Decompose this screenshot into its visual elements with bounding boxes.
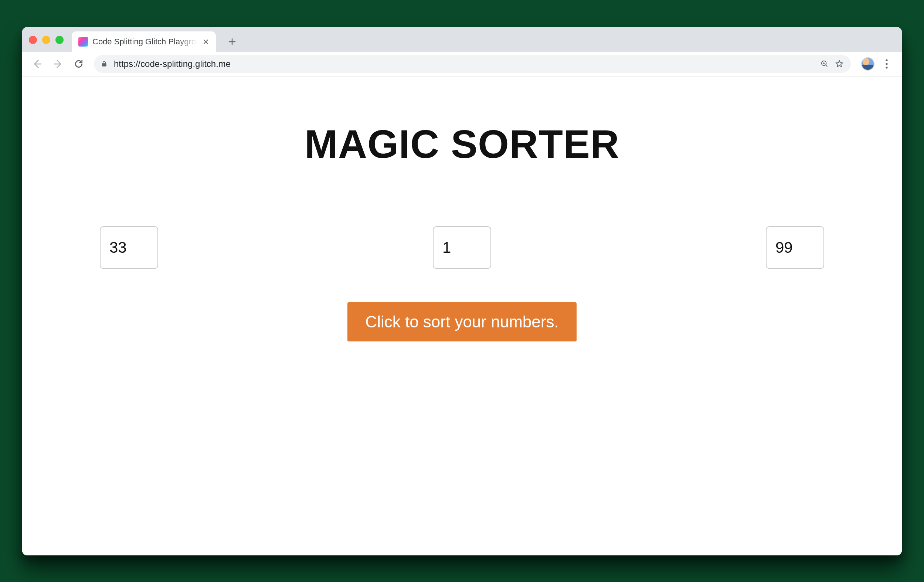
close-icon bbox=[203, 39, 209, 45]
profile-avatar[interactable] bbox=[861, 57, 874, 71]
tab-favicon-icon bbox=[78, 37, 88, 46]
star-icon bbox=[835, 59, 844, 68]
window-controls bbox=[29, 36, 64, 52]
nav-forward-button[interactable] bbox=[50, 55, 66, 73]
sort-button[interactable]: Click to sort your numbers. bbox=[347, 302, 576, 341]
svg-point-2 bbox=[886, 63, 888, 65]
browser-toolbar: https://code-splitting.glitch.me bbox=[22, 52, 902, 76]
browser-window: Code Splitting Glitch Playground https:/… bbox=[22, 27, 902, 556]
magnifier-plus-icon bbox=[820, 60, 828, 68]
zoom-button[interactable] bbox=[820, 59, 829, 69]
number-input-1[interactable] bbox=[100, 226, 158, 269]
svg-point-1 bbox=[886, 59, 888, 61]
window-close-button[interactable] bbox=[29, 36, 37, 44]
page-title: MAGIC SORTER bbox=[305, 121, 619, 167]
number-inputs-row bbox=[100, 226, 824, 269]
new-tab-button[interactable] bbox=[224, 34, 240, 50]
reload-icon bbox=[73, 58, 84, 69]
nav-reload-button[interactable] bbox=[70, 55, 87, 73]
nav-back-button[interactable] bbox=[29, 55, 46, 73]
arrow-left-icon bbox=[32, 58, 43, 69]
bookmark-button[interactable] bbox=[835, 59, 844, 69]
tab-strip: Code Splitting Glitch Playground bbox=[22, 27, 902, 52]
plus-icon bbox=[228, 37, 236, 46]
arrow-right-icon bbox=[53, 58, 64, 69]
page-content: MAGIC SORTER Click to sort your numbers. bbox=[22, 76, 902, 341]
address-bar-url: https://code-splitting.glitch.me bbox=[114, 59, 815, 69]
window-minimize-button[interactable] bbox=[42, 36, 50, 44]
tab-title: Code Splitting Glitch Playground bbox=[92, 37, 197, 46]
window-maximize-button[interactable] bbox=[55, 36, 64, 44]
svg-point-3 bbox=[886, 66, 888, 68]
number-input-3[interactable] bbox=[766, 226, 824, 269]
lock-icon bbox=[101, 60, 109, 68]
number-input-2[interactable] bbox=[433, 226, 491, 269]
address-bar[interactable]: https://code-splitting.glitch.me bbox=[94, 55, 851, 73]
page-viewport: MAGIC SORTER Click to sort your numbers. bbox=[22, 76, 902, 556]
browser-menu-button[interactable] bbox=[878, 55, 895, 73]
browser-tab[interactable]: Code Splitting Glitch Playground bbox=[72, 31, 216, 52]
kebab-icon bbox=[885, 59, 888, 69]
tab-close-button[interactable] bbox=[202, 38, 210, 46]
